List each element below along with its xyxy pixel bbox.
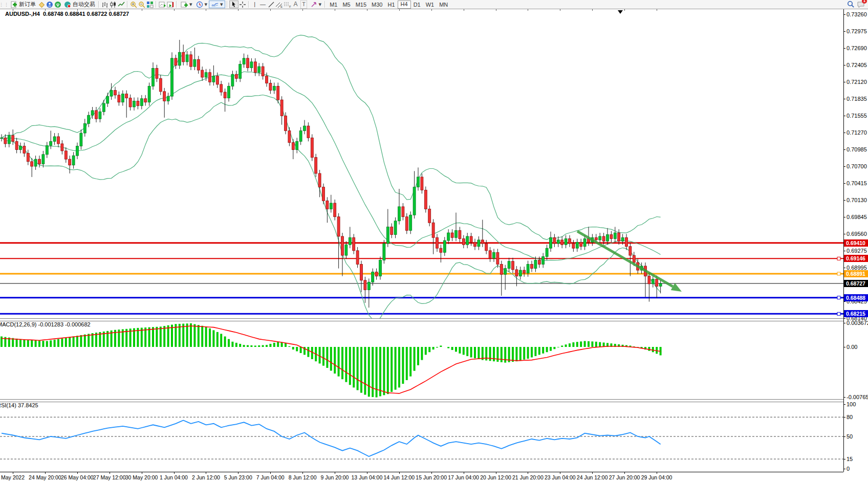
label-tool-icon[interactable]: T: [300, 1, 308, 8]
candle-down: [318, 173, 321, 187]
candle-up: [83, 123, 86, 133]
crosshair-icon[interactable]: [238, 1, 247, 8]
zoom-out-icon[interactable]: [138, 1, 146, 8]
candle-down: [280, 100, 283, 116]
time-label: 7 Jun 04:00: [256, 474, 285, 480]
price-tick: [843, 48, 845, 49]
arrows-tool-button[interactable]: ▾: [308, 1, 323, 8]
candle-down: [459, 230, 461, 238]
hline-handle[interactable]: [837, 296, 840, 299]
auto-scroll-icon[interactable]: [158, 1, 166, 8]
price-tick-label: 0.72120: [847, 79, 867, 85]
price-tick-label: 0.71835: [847, 96, 867, 102]
price-tick-label: 0.73260: [847, 11, 867, 17]
new-order-button[interactable]: 新订单: [8, 1, 37, 8]
candle-up: [46, 145, 48, 154]
candle-down: [629, 247, 632, 255]
macd-pane[interactable]: [0, 320, 843, 399]
timeframe-button-M30[interactable]: M30: [369, 1, 385, 8]
candle-up: [53, 137, 56, 141]
dropdown-arrow-icon: ▾: [205, 1, 208, 8]
candle-down: [364, 280, 366, 290]
bar-chart-icon[interactable]: [101, 1, 109, 8]
vertical-line-tool-icon[interactable]: |: [251, 1, 259, 8]
price-axis[interactable]: 0.732600.729750.726900.724050.721200.718…: [843, 9, 868, 472]
timeframe-button-W1[interactable]: W1: [423, 1, 437, 8]
macd-tick: [843, 323, 845, 323]
candle-up: [349, 237, 351, 245]
fibonacci-tool-icon[interactable]: F: [284, 1, 292, 8]
candle-up: [99, 112, 101, 119]
candle-up: [576, 243, 578, 249]
add-indicator-button[interactable]: ▾: [179, 1, 194, 8]
candle-down: [341, 236, 344, 255]
rsi-pane[interactable]: [0, 401, 843, 472]
candle-down: [561, 240, 563, 245]
price-level-tag[interactable]: 0.68727: [844, 280, 868, 287]
timeframe-button-D1[interactable]: D1: [411, 1, 423, 8]
candle-up: [186, 55, 188, 62]
top-tick: [174, 9, 175, 11]
timeframe-button-H4[interactable]: H4: [398, 1, 411, 9]
hline-handle[interactable]: [837, 312, 840, 315]
zoom-in-icon[interactable]: [129, 1, 138, 8]
price-tick-label: 0.69275: [847, 248, 867, 254]
timeframe-button-H1[interactable]: H1: [385, 1, 398, 8]
chart-shift-icon[interactable]: [166, 1, 175, 8]
community-icon[interactable]: [46, 1, 54, 8]
search-icon[interactable]: [847, 1, 855, 8]
tile-windows-icon[interactable]: [146, 1, 154, 8]
timeframe-button-M1[interactable]: M1: [327, 1, 340, 8]
price-level-tag[interactable]: 0.69410: [844, 239, 868, 247]
text-tool-icon[interactable]: A: [292, 1, 300, 8]
price-chart-pane[interactable]: [0, 9, 843, 318]
time-label: May 2022: [1, 474, 25, 480]
pane-separator[interactable]: [0, 399, 843, 402]
candlestick-chart-icon[interactable]: [109, 1, 117, 8]
new-order-label: 新订单: [19, 1, 36, 8]
hline-handle[interactable]: [837, 257, 840, 260]
candle-down: [137, 101, 139, 105]
candle-down: [462, 239, 465, 245]
candle-down: [440, 248, 442, 252]
candle-up: [557, 240, 559, 244]
candle-down: [424, 190, 427, 209]
trend-arrow-head[interactable]: [671, 283, 682, 292]
candle-down: [4, 138, 7, 144]
candle-down: [197, 59, 200, 70]
rsi-tick-label: 15: [847, 456, 853, 462]
price-level-tag[interactable]: 0.68215: [844, 310, 868, 317]
toolbar-separator: [127, 1, 128, 8]
candle-down: [175, 58, 177, 65]
auto-trade-button[interactable]: 自动交易: [62, 1, 97, 8]
time-axis[interactable]: May 202224 May 20:0026 May 04:0027 May 1…: [0, 473, 868, 482]
candle-down: [311, 138, 313, 157]
periods-button[interactable]: ▾: [194, 1, 209, 8]
channel-tool-icon[interactable]: E: [275, 1, 284, 8]
candle-up: [504, 269, 507, 275]
trendline-tool-icon[interactable]: [267, 1, 275, 8]
chat-icon[interactable]: 1: [857, 1, 865, 8]
templates-button[interactable]: ▾: [209, 1, 225, 8]
candle-down: [235, 74, 237, 78]
line-chart-icon[interactable]: [117, 1, 125, 8]
timeframe-button-MN[interactable]: MN: [437, 1, 450, 8]
timeframe-button-M5[interactable]: M5: [340, 1, 353, 8]
candle-down: [405, 217, 408, 231]
candle-up: [379, 260, 382, 276]
price-level-tag[interactable]: 0.69146: [844, 255, 868, 262]
macd-indicator-label: MACD(12,26,9) -0.001283 -0.000682: [0, 321, 91, 327]
timeframe-button-M15[interactable]: M15: [353, 1, 369, 8]
hline-handle[interactable]: [837, 272, 840, 275]
price-level-tag[interactable]: 0.68488: [844, 294, 868, 301]
diamond-icon[interactable]: [37, 1, 46, 8]
scroll-end-marker-icon[interactable]: [618, 10, 623, 14]
signals-icon[interactable]: [54, 1, 62, 8]
price-level-tag[interactable]: 0.68891: [844, 270, 868, 277]
candle-down: [610, 234, 613, 238]
cursor-icon[interactable]: [229, 1, 238, 8]
pane-separator[interactable]: [0, 318, 843, 321]
candle-down: [633, 255, 635, 262]
horizontal-line-tool-icon[interactable]: —: [259, 1, 267, 8]
candle-up: [303, 126, 306, 130]
